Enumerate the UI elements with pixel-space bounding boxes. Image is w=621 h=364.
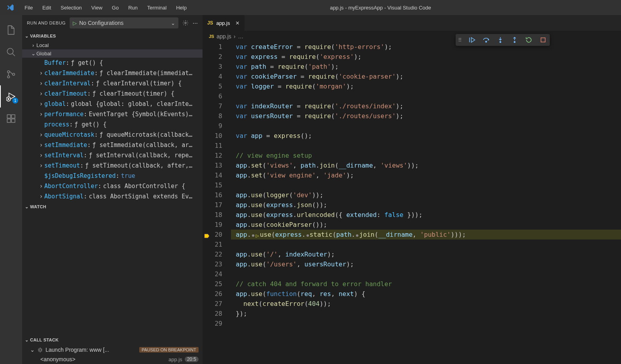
variables-header[interactable]: ⌄ VARIABLES <box>22 31 203 41</box>
activity-extensions-icon[interactable] <box>0 108 22 130</box>
code-line[interactable]: app.use('/', indexRouter); <box>236 249 621 259</box>
code-line[interactable] <box>236 141 621 151</box>
step-out-button[interactable] <box>510 36 519 44</box>
step-into-button[interactable] <box>496 36 505 44</box>
line-number[interactable]: 27 <box>203 299 222 309</box>
code-line[interactable]: app. ▷ use(express. static(path. join(__… <box>231 230 621 240</box>
code-line[interactable] <box>236 91 621 101</box>
code-line[interactable]: var indexRouter = require('./routes/inde… <box>236 101 621 111</box>
variable-row[interactable]: ›setImmediate: ƒ setImmediate(callback, … <box>22 140 203 150</box>
code-line[interactable]: app.use(logger('dev')); <box>236 190 621 200</box>
callstack-frame[interactable]: <anonymous> app.js 20:5 <box>22 355 203 364</box>
activity-search-icon[interactable] <box>0 41 22 63</box>
variable-row[interactable]: $jsDebugIsRegistered: true <box>22 171 203 181</box>
line-number[interactable]: 22 <box>203 249 222 259</box>
activity-scm-icon[interactable] <box>0 63 22 85</box>
line-number[interactable]: 3 <box>203 62 222 72</box>
line-number[interactable]: 13 <box>203 160 222 170</box>
line-number[interactable]: 2 <box>203 52 222 62</box>
line-number[interactable]: 5 <box>203 81 222 91</box>
tab-app-js[interactable]: JS app.js ✕ <box>203 15 245 31</box>
line-number[interactable]: 10 <box>203 131 222 141</box>
line-number[interactable]: 18 <box>203 210 222 220</box>
breadcrumb-more[interactable]: … <box>238 33 244 40</box>
menu-help[interactable]: Help <box>171 2 191 14</box>
code-line[interactable] <box>236 319 621 328</box>
code-line[interactable] <box>236 269 621 279</box>
line-number[interactable]: 19 <box>203 220 222 230</box>
code-line[interactable]: var createError = require('http-errors')… <box>236 42 621 52</box>
activity-debug-icon[interactable]: 1 <box>0 85 22 108</box>
close-icon[interactable]: ✕ <box>235 20 240 26</box>
menu-selection[interactable]: Selection <box>56 2 86 14</box>
line-number[interactable]: 21 <box>203 240 222 249</box>
code-line[interactable]: // catch 404 and forward to error handle… <box>236 279 621 289</box>
menu-edit[interactable]: Edit <box>38 2 56 14</box>
code-line[interactable] <box>236 180 621 190</box>
chevron-down-icon[interactable]: ⌄ <box>171 20 175 26</box>
line-number[interactable]: 28 <box>203 309 222 319</box>
variable-row[interactable]: Buffer: ƒ get() { <box>22 58 203 68</box>
line-number[interactable]: 14 <box>203 170 222 180</box>
activity-files-icon[interactable] <box>0 19 22 41</box>
variable-row[interactable]: ›setTimeout: ƒ setTimeout(callback, afte… <box>22 160 203 171</box>
debug-config-dropdown[interactable]: ▷ No Configurations ⌄ <box>70 17 178 28</box>
line-number[interactable]: 23 <box>203 259 222 269</box>
start-debug-icon[interactable]: ▷ <box>73 20 77 26</box>
menu-run[interactable]: Run <box>123 2 142 14</box>
code-line[interactable]: var logger = require('morgan'); <box>236 81 621 91</box>
code-line[interactable]: var cookieParser = require('cookie-parse… <box>236 72 621 81</box>
variable-row[interactable]: ›AbortController: class AbortController … <box>22 181 203 191</box>
menu-terminal[interactable]: Terminal <box>142 2 171 14</box>
gear-icon[interactable] <box>182 20 189 26</box>
code-line[interactable]: next(createError(404)); <box>236 299 621 309</box>
scope-local[interactable]: › Local <box>22 41 203 49</box>
line-number[interactable]: 29 <box>203 319 222 328</box>
debug-toolbar[interactable]: ⠿ <box>456 34 550 46</box>
code-line[interactable]: app.use(function(req, res, next) { <box>236 289 621 299</box>
code-lines[interactable]: var createError = require('http-errors')… <box>231 42 621 364</box>
line-number[interactable]: 11 <box>203 141 222 151</box>
variable-row[interactable]: ›clearImmediate: ƒ clearImmediate(immedi… <box>22 68 203 78</box>
line-number[interactable]: 20 <box>203 230 222 240</box>
variable-row[interactable]: ›performance: EventTarget {Symbol(kEvent… <box>22 109 203 119</box>
line-number[interactable]: 26 <box>203 289 222 299</box>
drag-grip-icon[interactable]: ⠿ <box>458 37 462 43</box>
variable-row[interactable]: ›clearInterval: ƒ clearInterval(timer) { <box>22 78 203 89</box>
line-number[interactable]: 16 <box>203 190 222 200</box>
code-line[interactable]: var path = require('path'); <box>236 62 621 72</box>
code-line[interactable]: app.use('/users', usersRouter); <box>236 259 621 269</box>
line-number[interactable]: 24 <box>203 269 222 279</box>
variable-row[interactable]: process: ƒ get() { <box>22 119 203 130</box>
line-number[interactable]: 7 <box>203 101 222 111</box>
code-line[interactable]: var app = express(); <box>236 131 621 141</box>
more-icon[interactable]: ⋯ <box>193 20 198 26</box>
code-line[interactable]: app.use(cookieParser()); <box>236 220 621 230</box>
stop-button[interactable] <box>539 36 547 44</box>
line-number[interactable]: 9 <box>203 121 222 131</box>
line-number[interactable]: 15 <box>203 180 222 190</box>
line-number[interactable]: 25 <box>203 279 222 289</box>
code-line[interactable]: var usersRouter = require('./routes/user… <box>236 111 621 121</box>
menu-go[interactable]: Go <box>107 2 123 14</box>
line-number[interactable]: 17 <box>203 200 222 210</box>
code-line[interactable]: var express = require('express'); <box>236 52 621 62</box>
code-line[interactable] <box>236 121 621 131</box>
restart-button[interactable] <box>524 36 533 44</box>
line-number[interactable]: 8 <box>203 111 222 121</box>
scope-global[interactable]: ⌄ Global <box>22 49 203 58</box>
menu-file[interactable]: File <box>20 2 38 14</box>
variable-row[interactable]: ›AbortSignal: class AbortSignal extends … <box>22 191 203 202</box>
variable-row[interactable]: ›setInterval: ƒ setInterval(callback, re… <box>22 150 203 160</box>
code-line[interactable]: }); <box>236 309 621 319</box>
variable-row[interactable]: ›queueMicrotask: ƒ queueMicrotask(callba… <box>22 130 203 140</box>
code-line[interactable]: // view engine setup <box>236 151 621 160</box>
code-line[interactable]: app.use(express.urlencoded({ extended: f… <box>236 210 621 220</box>
line-number[interactable]: 12 <box>203 151 222 160</box>
line-number[interactable]: 6 <box>203 91 222 101</box>
line-number[interactable]: 1 <box>203 42 222 52</box>
code-editor[interactable]: 1234567891011121314151617181920212223242… <box>203 42 621 364</box>
callstack-header[interactable]: ⌄ CALL STACK <box>22 335 203 345</box>
continue-button[interactable] <box>468 36 476 44</box>
variable-row[interactable]: ›clearTimeout: ƒ clearTimeout(timer) { <box>22 89 203 99</box>
